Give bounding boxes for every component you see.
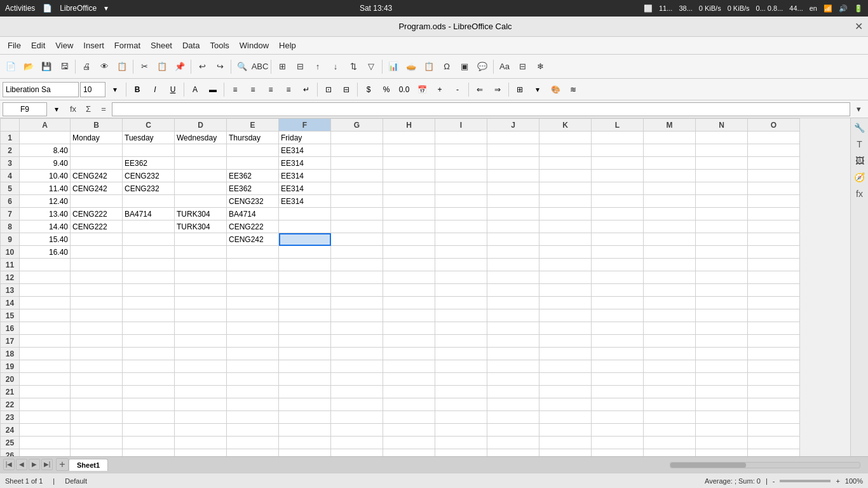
cell-E12[interactable] <box>227 271 279 284</box>
date-button[interactable]: 📅 <box>414 81 430 98</box>
function-list-button[interactable]: fx <box>853 187 867 201</box>
cell-F16[interactable] <box>279 322 331 335</box>
cell-reference-input[interactable] <box>3 102 47 116</box>
cell-M2[interactable] <box>644 144 696 157</box>
cell-A17[interactable] <box>20 335 71 348</box>
cell-K2[interactable] <box>539 144 592 157</box>
cell-O11[interactable] <box>748 259 800 271</box>
cell-D1[interactable]: Wednesday <box>175 132 227 144</box>
cell-O23[interactable] <box>748 411 800 424</box>
align-right-button[interactable]: ≡ <box>262 81 279 98</box>
cell-C5[interactable]: CENG232 <box>123 182 175 195</box>
cell-N26[interactable] <box>696 449 748 457</box>
cell-D19[interactable] <box>175 360 227 373</box>
cell-M16[interactable] <box>644 322 696 335</box>
cell-M13[interactable] <box>644 284 696 297</box>
add-sheet-button[interactable]: + <box>56 458 69 471</box>
cell-N8[interactable] <box>696 220 748 233</box>
cell-K3[interactable] <box>539 157 592 170</box>
merge-cells-button[interactable]: ⊡ <box>320 81 337 98</box>
cell-D18[interactable] <box>175 348 227 360</box>
row-header-23[interactable]: 23 <box>1 411 20 424</box>
cell-O16[interactable] <box>748 322 800 335</box>
col-header-o[interactable]: O <box>748 119 800 132</box>
cell-J2[interactable] <box>487 144 539 157</box>
cell-B21[interactable] <box>71 386 123 398</box>
cell-C6[interactable] <box>123 195 175 208</box>
gallery-button[interactable]: 🖼 <box>853 154 867 168</box>
cell-N2[interactable] <box>696 144 748 157</box>
paste-button[interactable]: 📌 <box>172 58 188 75</box>
font-size-down-button[interactable]: ▾ <box>107 81 123 98</box>
cell-O10[interactable] <box>748 246 800 259</box>
cell-B14[interactable] <box>71 297 123 309</box>
cell-B20[interactable] <box>71 373 123 386</box>
cell-A9[interactable]: 15.40 <box>20 233 71 246</box>
row-header-17[interactable]: 17 <box>1 335 20 348</box>
cell-L12[interactable] <box>592 271 644 284</box>
cell-L9[interactable] <box>592 233 644 246</box>
data-pilot-button[interactable]: 📋 <box>421 58 437 75</box>
cell-E24[interactable] <box>227 424 279 437</box>
cell-O12[interactable] <box>748 271 800 284</box>
cell-N25[interactable] <box>696 437 748 449</box>
row-header-7[interactable]: 7 <box>1 208 20 220</box>
cell-B11[interactable] <box>71 259 123 271</box>
cell-G24[interactable] <box>331 424 383 437</box>
cell-O26[interactable] <box>748 449 800 457</box>
cell-C7[interactable]: BA4714 <box>123 208 175 220</box>
cell-H12[interactable] <box>383 271 435 284</box>
cell-K21[interactable] <box>539 386 592 398</box>
col-header-b[interactable]: B <box>71 119 123 132</box>
cell-A16[interactable] <box>20 322 71 335</box>
cell-E20[interactable] <box>227 373 279 386</box>
cell-O3[interactable] <box>748 157 800 170</box>
tab-sheet1[interactable]: Sheet1 <box>69 459 108 471</box>
cell-B8[interactable]: CENG222 <box>71 220 123 233</box>
cell-C20[interactable] <box>123 373 175 386</box>
cell-O13[interactable] <box>748 284 800 297</box>
cell-H6[interactable] <box>383 195 435 208</box>
border-button[interactable]: ⊞ <box>512 81 528 98</box>
cell-N16[interactable] <box>696 322 748 335</box>
cell-O18[interactable] <box>748 348 800 360</box>
cell-G26[interactable] <box>331 449 383 457</box>
formula-equal-button[interactable]: = <box>97 102 111 116</box>
cell-A6[interactable]: 12.40 <box>20 195 71 208</box>
font-name-input[interactable] <box>3 82 79 97</box>
cell-M3[interactable] <box>644 157 696 170</box>
cell-D14[interactable] <box>175 297 227 309</box>
sort-desc-button[interactable]: ↓ <box>327 58 344 75</box>
cell-D24[interactable] <box>175 424 227 437</box>
col-header-k[interactable]: K <box>539 119 592 132</box>
col-header-a[interactable]: A <box>20 119 71 132</box>
indent-more-button[interactable]: ⇒ <box>489 81 506 98</box>
app-name-label[interactable]: LibreOffice <box>60 4 97 13</box>
cell-I18[interactable] <box>435 348 487 360</box>
cell-H7[interactable] <box>383 208 435 220</box>
decimal-inc-button[interactable]: + <box>431 81 448 98</box>
cell-H13[interactable] <box>383 284 435 297</box>
cell-B12[interactable] <box>71 271 123 284</box>
cell-F24[interactable] <box>279 424 331 437</box>
cell-L13[interactable] <box>592 284 644 297</box>
cell-M10[interactable] <box>644 246 696 259</box>
menu-help[interactable]: Help <box>274 38 301 53</box>
cell-A15[interactable] <box>20 309 71 322</box>
cell-A10[interactable]: 16.40 <box>20 246 71 259</box>
cell-H16[interactable] <box>383 322 435 335</box>
cell-K15[interactable] <box>539 309 592 322</box>
properties-button[interactable]: 🔧 <box>853 121 867 135</box>
cell-M1[interactable] <box>644 132 696 144</box>
cell-A20[interactable] <box>20 373 71 386</box>
row-header-4[interactable]: 4 <box>1 170 20 182</box>
cell-G8[interactable] <box>331 220 383 233</box>
cell-F18[interactable] <box>279 348 331 360</box>
decimal-dec-button[interactable]: - <box>449 81 466 98</box>
cell-L14[interactable] <box>592 297 644 309</box>
cell-D11[interactable] <box>175 259 227 271</box>
cell-J23[interactable] <box>487 411 539 424</box>
cell-N6[interactable] <box>696 195 748 208</box>
cell-C24[interactable] <box>123 424 175 437</box>
cell-M5[interactable] <box>644 182 696 195</box>
